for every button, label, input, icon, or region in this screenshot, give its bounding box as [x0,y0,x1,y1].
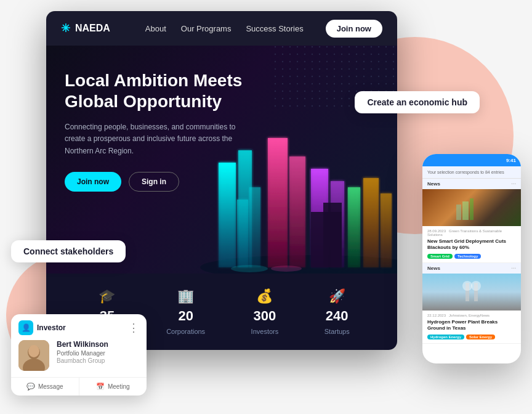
investor-card: 👤 Investor ⋮ Bert Wilkinson Portfolio Ma… [11,314,147,396]
investor-company: Baumbach Group [57,357,139,364]
svg-rect-19 [462,201,469,220]
svg-point-28 [28,345,39,357]
meeting-label: Meeting [108,383,130,390]
corporations-icon: 🏢 [177,288,194,304]
investor-role: Portfolio Manager [57,350,139,357]
hero-buttons: Join now Sign in [65,172,249,192]
phone-status-time: 9:41 [506,158,516,163]
startups-icon: 🚀 [329,288,345,304]
meeting-action[interactable]: 📅 Meeting [79,378,147,396]
meeting-icon: 📅 [96,383,105,391]
hero-title: Local Ambition Meets Global Opportunity [65,70,249,112]
tag-hydrogen: Hydrogen Energy [427,335,464,339]
stat-number-corporations: 20 [178,308,193,324]
logo-icon: ✳ [61,22,70,35]
svg-point-17 [271,266,302,272]
tag-smart-grid: Smart Grid [427,254,453,259]
news-content-1: 28.09.2023 Green Transitions & Sustainab… [422,226,521,263]
investors-icon: 💰 [256,288,273,304]
stat-label-investors: Investors [251,328,279,335]
investor-body: Bert Wilkinson Portfolio Manager Baumbac… [11,340,147,377]
stat-corporations: 🏢 20 Corporations [166,288,205,335]
news-meta-1: 28.09.2023 Green Transitions & Sustainab… [427,229,516,237]
svg-point-23 [462,281,472,291]
logo-text: NAEDA [75,23,110,34]
message-icon: 💬 [26,383,35,391]
tag-solar: Solar Energy [466,335,495,339]
stat-investors: 💰 300 Investors [251,288,279,335]
nav-link-programs[interactable]: Our Programs [181,24,232,33]
join-button-nav[interactable]: Join now [326,20,382,38]
tag-technology: Technology [454,254,481,259]
phone-mockup: 9:41 Your selection corresponds to 84 en… [422,154,521,363]
hero-content: Local Ambition Meets Global Opportunity … [65,70,249,192]
svg-point-24 [471,281,481,291]
news-item-2: News ⋯ 22.12.2023 Johnstown, EnergyNews … [422,263,521,344]
news-meta-2: 22.12.2023 Johnstown, EnergyNews [427,314,516,317]
website-mockup: ✳ NAEDA About Our Programs Success Stori… [46,11,397,350]
news-image-2 [422,274,521,310]
news-tags-1: Smart Grid Technology [427,254,516,259]
news-tags-2: Hydrogen Energy Solar Energy [427,335,516,339]
nav-link-stories[interactable]: Success Stories [246,24,303,33]
navigation: ✳ NAEDA About Our Programs Success Stori… [46,11,397,46]
tooltip-connect-stakeholders: Connect stakeholders [11,240,126,262]
logo: ✳ NAEDA [61,22,145,35]
nav-links: About Our Programs Success Stories Join … [145,20,382,38]
investor-info: Bert Wilkinson Portfolio Manager Baumbac… [57,340,139,371]
investor-menu-button[interactable]: ⋮ [128,321,139,335]
stat-startups: 🚀 240 Startups [324,288,350,335]
svg-rect-18 [456,205,461,220]
news-image-1 [422,189,521,226]
news-label-1: News ⋯ [422,179,521,189]
message-action[interactable]: 💬 Message [11,378,79,396]
svg-rect-12 [363,178,379,267]
svg-rect-13 [381,193,392,267]
investor-type-icon: 👤 [18,320,33,335]
phone-header: Your selection corresponds to 84 entries [422,166,521,179]
hero-section: Local Ambition Meets Global Opportunity … [46,46,397,274]
investor-badge: 👤 Investor [18,320,66,335]
news-title-1: New Smart Grid Deployment Cuts Blackouts… [427,238,516,251]
stat-number-startups: 240 [326,308,349,324]
news-content-2: 22.12.2023 Johnstown, EnergyNews Hydroge… [422,310,521,344]
stat-label-corporations: Corporations [166,328,205,335]
stat-number-investors: 300 [254,308,276,324]
svg-rect-11 [348,187,360,267]
investor-actions: 💬 Message 📅 Meeting [11,377,147,396]
investor-avatar [18,340,49,371]
message-label: Message [38,383,63,390]
svg-rect-7 [268,138,288,267]
tooltip-create-hub: Create an economic hub [355,91,480,113]
hero-subtitle: Connecting people, businesses, and commu… [65,121,249,157]
investor-name: Bert Wilkinson [57,340,139,349]
stat-label-startups: Startups [324,328,350,335]
svg-rect-20 [470,198,474,220]
svg-rect-15 [323,203,342,267]
news-title-2: Hydrogen Power Plant Breaks Ground in Te… [427,319,516,332]
students-icon: 🎓 [99,288,115,304]
nav-link-about[interactable]: About [145,24,166,33]
svg-point-16 [231,265,268,272]
news-label-2: News ⋯ [422,263,521,274]
hero-join-button[interactable]: Join now [65,172,121,192]
investor-type-label: Investor [37,323,66,332]
hero-signin-button[interactable]: Sign in [129,172,179,192]
phone-status-bar: 9:41 [422,154,521,166]
investor-card-header: 👤 Investor ⋮ [11,314,147,340]
svg-rect-8 [289,156,305,267]
news-item-1: News ⋯ 28.09.2023 Green Transitions & Su… [422,179,521,263]
